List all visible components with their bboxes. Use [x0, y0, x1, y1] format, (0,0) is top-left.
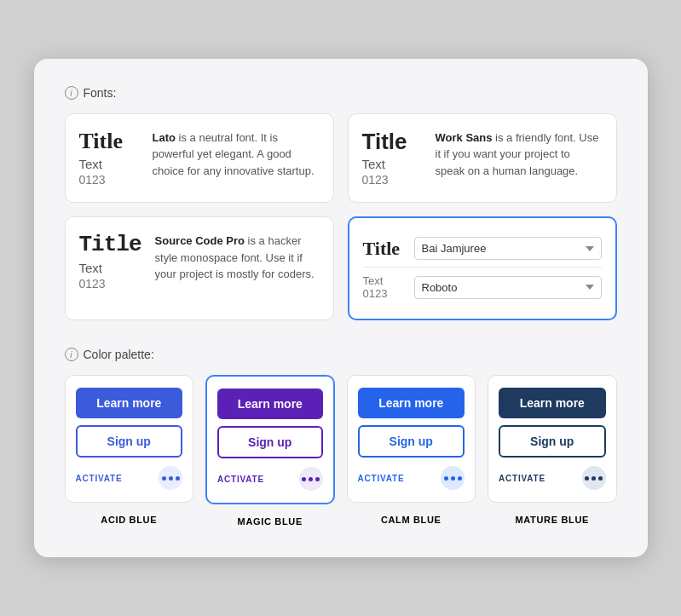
color-label-wrap-mature: MATURE BLUE [488, 503, 617, 528]
dot1-acid [162, 476, 166, 481]
learn-more-button-magic[interactable]: Learn more [217, 389, 323, 419]
color-card-mature[interactable]: Learn more Sign up ACTIVATE MATURE BLUE [488, 375, 617, 530]
title-font-dropdown[interactable]: Bai Jamjuree Roboto Lato Open Sans [414, 237, 602, 260]
font-num-lato: 0123 [79, 173, 139, 187]
font-title-worksans: Title [362, 130, 422, 154]
font-preview-worksans: Title Text 0123 [362, 130, 422, 187]
dot3-magic [315, 477, 320, 481]
dot2-mature [592, 476, 596, 481]
signup-button-magic[interactable]: Sign up [217, 426, 323, 458]
color-label-magic: MAGIC BLUE [205, 513, 335, 530]
activate-button-calm[interactable]: ACTIVATE [358, 470, 405, 486]
color-card-acid[interactable]: Learn more Sign up ACTIVATE ACID BLUE [65, 375, 194, 530]
custom-body-label1: Text [363, 274, 406, 287]
custom-font-body-row: Text 0123 Roboto Lato Open Sans Bai Jamj… [363, 267, 602, 307]
dots-icon-magic [299, 467, 323, 491]
main-container: i Fonts: Title Text 0123 Lato is a neutr… [34, 59, 648, 558]
color-info-icon: i [65, 348, 78, 361]
color-label-mature: MATURE BLUE [488, 511, 617, 528]
signup-button-acid[interactable]: Sign up [76, 425, 183, 458]
signup-button-mature[interactable]: Sign up [499, 425, 606, 458]
info-icon: i [65, 86, 78, 100]
color-card-magic-inner: Learn more Sign up ACTIVATE [205, 375, 335, 504]
signup-button-calm[interactable]: Sign up [358, 425, 465, 458]
font-text-sourcecodepro: Text [79, 261, 141, 275]
dots-icon-mature [582, 466, 606, 490]
fonts-label-text: Fonts: [84, 86, 117, 100]
activate-row-acid: ACTIVATE [76, 466, 183, 490]
learn-more-button-calm[interactable]: Learn more [358, 388, 465, 418]
font-card-custom[interactable]: Title Bai Jamjuree Roboto Lato Open Sans… [348, 216, 617, 320]
custom-font-title-row: Title Bai Jamjuree Roboto Lato Open Sans [363, 230, 602, 267]
dots-icon-acid [159, 466, 182, 490]
font-desc-sourcecodepro: Source Code Pro is a hacker style monosp… [155, 233, 320, 283]
learn-more-button-acid[interactable]: Learn more [76, 388, 183, 418]
activate-button-magic[interactable]: ACTIVATE [217, 471, 264, 487]
dot1-calm [444, 476, 448, 481]
font-card-worksans[interactable]: Title Text 0123 Work Sans is a friendly … [348, 113, 617, 204]
font-text-worksans: Text [362, 157, 422, 171]
dot3-acid [176, 476, 180, 481]
font-card-sourcecodepro[interactable]: Title Text 0123 Source Code Pro is a hac… [65, 216, 334, 320]
font-num-worksans: 0123 [362, 173, 422, 187]
font-desc-bold-worksans: Work Sans [436, 131, 493, 144]
custom-body-label2: 0123 [363, 287, 406, 300]
colors-label-text: Color palette: [84, 348, 154, 361]
custom-title-label: Title [363, 238, 406, 260]
font-desc-worksans: Work Sans is a friendly font. Use it if … [436, 130, 603, 180]
dots-icon-calm [441, 466, 465, 490]
dot3-mature [598, 476, 603, 481]
color-card-calm[interactable]: Learn more Sign up ACTIVATE CALM BLUE [347, 375, 476, 530]
activate-row-calm: ACTIVATE [358, 466, 465, 490]
dot1-mature [585, 476, 589, 481]
font-num-sourcecodepro: 0123 [79, 277, 141, 291]
color-card-mature-inner: Learn more Sign up ACTIVATE [488, 375, 617, 503]
font-title-sourcecodepro: Title [79, 233, 141, 257]
dot1-magic [302, 477, 306, 481]
learn-more-button-mature[interactable]: Learn more [499, 388, 606, 418]
color-label-wrap-calm: CALM BLUE [347, 503, 476, 528]
dot2-calm [451, 476, 455, 481]
font-preview-sourcecodepro: Title Text 0123 [79, 233, 141, 291]
colors-grid: Learn more Sign up ACTIVATE ACID BLUE [65, 375, 617, 530]
dot3-calm [458, 476, 462, 481]
font-desc-bold-lato: Lato [153, 131, 176, 144]
activate-row-mature: ACTIVATE [499, 466, 606, 490]
colors-section: i Color palette: Learn more Sign up ACTI… [65, 348, 617, 530]
color-label-acid: ACID BLUE [65, 511, 194, 528]
colors-section-label: i Color palette: [65, 348, 617, 361]
font-preview-lato: Title Text 0123 [79, 130, 139, 187]
color-label-wrap-magic: MAGIC BLUE [205, 504, 335, 530]
color-label-wrap-acid: ACID BLUE [65, 503, 194, 528]
color-card-magic[interactable]: Learn more Sign up ACTIVATE MAGIC BLUE [205, 375, 335, 530]
color-card-calm-inner: Learn more Sign up ACTIVATE [347, 375, 476, 503]
color-card-acid-inner: Learn more Sign up ACTIVATE [65, 375, 194, 503]
font-desc-rest-lato: is a neutral font. It is powerful yet el… [153, 131, 315, 177]
fonts-section-label: i Fonts: [65, 86, 617, 100]
font-desc-bold-sourcecodepro: Source Code Pro [155, 234, 245, 247]
color-label-calm: CALM BLUE [347, 511, 476, 528]
body-font-dropdown[interactable]: Roboto Lato Open Sans Bai Jamjuree [414, 276, 602, 299]
dot2-acid [169, 476, 173, 481]
activate-button-acid[interactable]: ACTIVATE [76, 470, 123, 486]
font-text-lato: Text [79, 157, 139, 171]
activate-row-magic: ACTIVATE [217, 467, 323, 491]
font-desc-lato: Lato is a neutral font. It is powerful y… [153, 130, 320, 180]
font-title-lato: Title [79, 130, 139, 154]
activate-button-mature[interactable]: ACTIVATE [499, 470, 545, 486]
font-card-lato[interactable]: Title Text 0123 Lato is a neutral font. … [65, 113, 334, 204]
fonts-grid: Title Text 0123 Lato is a neutral font. … [65, 113, 617, 321]
dot2-magic [309, 477, 313, 481]
